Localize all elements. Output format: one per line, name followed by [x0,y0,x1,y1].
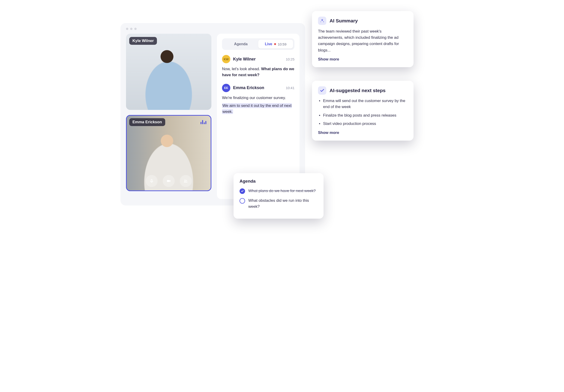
sparkle-icon [318,17,326,25]
agenda-item[interactable]: What obstacles did we run into this week… [240,198,317,210]
transcript-entry: EE Emma Erickson 10:41 We're finalizing … [222,84,294,115]
speaking-indicator-icon [201,120,206,124]
speaker-name: Kyle Wilner [233,57,256,62]
agenda-item-text: What plans do we have for next week? [248,188,316,194]
elapsed-time: 10:59 [278,42,287,46]
agenda-card: Agenda What plans do we have for next we… [234,173,324,219]
agenda-item[interactable]: What plans do we have for next week? [240,188,317,194]
transcript-text-plain: Now, let's look ahead. [222,67,261,71]
video-tile-emma[interactable]: Emma Erickson [126,115,211,191]
transcript-highlight[interactable]: We aim to send it out by the end of next… [222,103,292,114]
checkbox-unchecked-icon[interactable] [240,198,245,204]
svg-rect-1 [167,180,170,182]
transcript-text: We're finalizing our customer survey. We… [222,95,294,115]
show-more-link[interactable]: Show more [318,130,408,135]
transcript-entry: KW Kyle Wilner 10:25 Now, let's look ahe… [222,55,294,78]
speaker-name: Emma Erickson [233,85,264,90]
tab-live[interactable]: Live 10:59 [258,40,293,48]
window-dot[interactable] [134,28,137,30]
participant-name-tag: Kyle Wilner [129,37,157,45]
camera-icon [166,179,171,183]
card-title: Agenda [240,179,317,184]
participants-button[interactable] [180,175,192,187]
mute-button[interactable] [146,175,158,187]
window-dot[interactable] [130,28,132,30]
video-tile-kyle[interactable]: Kyle Wilner [126,34,211,110]
agenda-item-text: What obstacles did we run into this week… [248,198,317,210]
next-steps-list: Emma will send out the customer survey b… [318,98,408,127]
transcript-line: We're finalizing our customer survey. [222,95,294,101]
timestamp: 10:25 [286,57,294,61]
checkbox-checked-icon[interactable] [240,188,245,194]
avatar: EE [222,84,230,92]
window-dot[interactable] [126,28,128,30]
transcript-text: Now, let's look ahead. What plans do we … [222,66,294,78]
timestamp: 10:41 [286,86,294,90]
svg-point-2 [184,180,186,181]
ai-next-steps-card: AI-suggested next steps Emma will send o… [312,81,413,140]
tab-agenda[interactable]: Agenda [223,40,258,48]
next-step-item: Finalize the blog posts and press releas… [318,112,408,118]
next-step-item: Start video production process [318,121,408,127]
microphone-icon [149,179,154,183]
avatar: KW [222,55,230,63]
recording-dot-icon [274,43,276,45]
show-more-link[interactable]: Show more [318,57,408,62]
svg-point-3 [186,180,187,181]
camera-button[interactable] [163,175,175,187]
window-controls [126,28,300,30]
svg-rect-0 [151,179,152,182]
people-icon [183,179,188,183]
next-step-item: Emma will send out the customer survey b… [318,98,408,110]
transcript-tabs: Agenda Live 10:59 [222,38,294,50]
check-icon [318,86,326,95]
card-title: AI Summary [330,18,358,24]
video-column: Kyle Wilner Emma Erickson [126,34,211,199]
call-controls [126,175,211,187]
card-title: AI-suggested next steps [330,88,385,93]
tab-live-label: Live [265,42,272,46]
ai-summary-card: AI Summary The team reviewed their past … [312,11,413,67]
summary-text: The team reviewed their past week's achi… [318,28,408,53]
participant-name-tag: Emma Erickson [129,118,165,126]
